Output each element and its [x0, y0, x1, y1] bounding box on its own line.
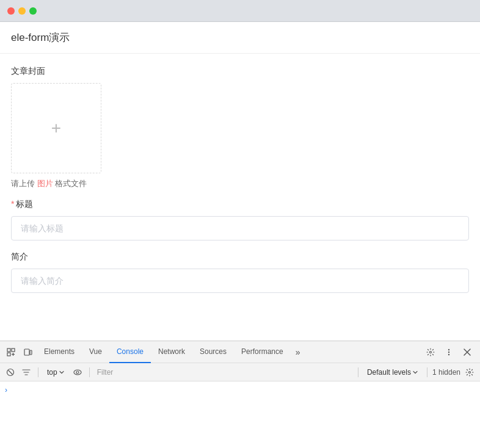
- device-toolbar-icon[interactable]: [20, 344, 37, 361]
- browser-controls: [7, 7, 37, 15]
- toolbar-sep-3: [358, 367, 358, 377]
- chevron-down-icon: [59, 369, 65, 375]
- tab-vue[interactable]: Vue: [82, 341, 109, 363]
- more-tabs-button[interactable]: »: [291, 341, 305, 363]
- tab-performance[interactable]: Performance: [234, 341, 291, 363]
- svg-point-16: [76, 371, 79, 374]
- console-filter-input[interactable]: [95, 367, 353, 378]
- hidden-count-label: 1 hidden: [432, 368, 460, 377]
- svg-rect-0: [7, 349, 10, 352]
- toolbar-sep-1: [38, 367, 38, 377]
- upload-hint-red: 图片: [37, 179, 53, 188]
- required-star: *: [11, 199, 14, 209]
- cover-label: 文章封面: [11, 66, 469, 77]
- toolbar-sep-2: [89, 367, 90, 377]
- close-dot[interactable]: [7, 7, 15, 15]
- intro-input[interactable]: [11, 269, 469, 293]
- console-prompt-icon: ›: [5, 386, 7, 394]
- devtools-settings-icon[interactable]: [423, 344, 438, 360]
- console-settings-icon[interactable]: [463, 366, 476, 379]
- upload-hint: 请上传 图片 格式文件: [11, 178, 469, 189]
- devtools-actions: [423, 344, 478, 360]
- filter-icon[interactable]: [20, 366, 33, 379]
- svg-rect-5: [24, 349, 29, 355]
- page-title: ele-form演示: [11, 32, 70, 43]
- tab-sources[interactable]: Sources: [192, 341, 234, 363]
- page-header: ele-form演示: [0, 22, 480, 54]
- upload-box[interactable]: +: [11, 83, 101, 173]
- eager-eval-icon[interactable]: [71, 366, 84, 379]
- svg-point-17: [469, 371, 471, 373]
- svg-point-9: [448, 351, 449, 352]
- clear-console-icon[interactable]: [4, 366, 17, 379]
- console-toolbar: top Default levels 1 hidden: [0, 363, 480, 381]
- browser-chrome: [0, 0, 480, 22]
- upload-plus-icon: +: [51, 120, 61, 137]
- cover-group: 文章封面 + 请上传 图片 格式文件: [11, 66, 469, 189]
- devtools-more-icon[interactable]: [441, 344, 457, 360]
- devtools-tab-bar: Elements Vue Console Network Sources Per…: [0, 341, 480, 363]
- page-content: ele-form演示 文章封面 + 请上传 图片 格式文件 *标题 简介: [0, 22, 480, 341]
- intro-group: 简介: [11, 251, 469, 293]
- toolbar-sep-4: [427, 367, 427, 377]
- log-levels-select[interactable]: Default levels: [363, 367, 422, 378]
- svg-point-10: [448, 353, 449, 355]
- tab-network[interactable]: Network: [151, 341, 192, 363]
- svg-rect-2: [7, 353, 10, 356]
- svg-rect-6: [30, 350, 32, 355]
- title-label: *标题: [11, 199, 469, 210]
- devtools-close-icon[interactable]: [459, 344, 475, 360]
- form-area: 文章封面 + 请上传 图片 格式文件 *标题 简介: [0, 54, 480, 316]
- chevron-down-icon-2: [412, 369, 418, 375]
- tab-elements[interactable]: Elements: [37, 341, 82, 363]
- svg-line-14: [9, 370, 13, 374]
- maximize-dot[interactable]: [29, 7, 37, 15]
- console-area: ›: [0, 381, 480, 448]
- svg-point-8: [448, 349, 449, 350]
- svg-rect-1: [12, 349, 15, 352]
- title-group: *标题: [11, 199, 469, 240]
- inspect-icon[interactable]: [2, 344, 20, 361]
- svg-point-15: [74, 370, 81, 375]
- context-select[interactable]: top: [43, 367, 68, 378]
- tab-console[interactable]: Console: [109, 341, 151, 363]
- svg-point-7: [430, 351, 432, 353]
- minimize-dot[interactable]: [18, 7, 26, 15]
- intro-label: 简介: [11, 251, 469, 262]
- devtools-panel: Elements Vue Console Network Sources Per…: [0, 341, 480, 448]
- title-input[interactable]: [11, 216, 469, 240]
